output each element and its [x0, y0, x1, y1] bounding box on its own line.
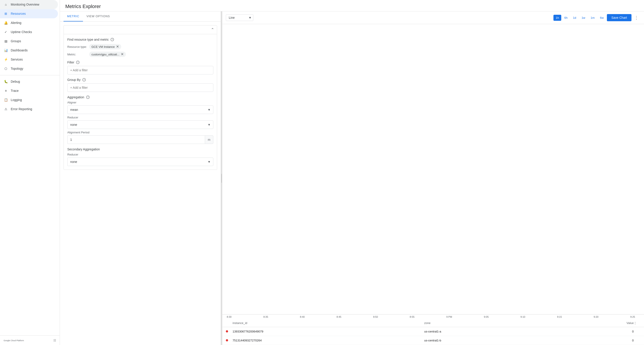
x-axis-label: 9:10 — [520, 316, 525, 318]
time-btn-1m[interactable]: 1m — [588, 15, 597, 21]
aggregation-help-icon: ? — [86, 95, 90, 99]
sidebar: ⌂Monitoring Overview⊞Resources🔔Alerting✓… — [0, 0, 60, 345]
chart-x-axis: 8:308:358:408:458:508:559 PM9:059:109:15… — [222, 314, 644, 319]
row-dot — [226, 330, 232, 333]
group-by-help-icon: ? — [82, 78, 86, 81]
sidebar-item-dashboards[interactable]: 📊Dashboards — [0, 46, 58, 55]
filter-help-icon: ? — [76, 60, 80, 64]
services-icon: ⚡ — [4, 57, 8, 62]
x-axis-label: 8:40 — [300, 316, 304, 318]
group-by-input[interactable] — [67, 83, 213, 92]
sidebar-item-monitoring-overview[interactable]: ⌂Monitoring Overview — [0, 0, 58, 9]
x-axis-label: 8:50 — [373, 316, 378, 318]
sidebar-item-logging[interactable]: 📋Logging — [0, 95, 58, 105]
aligner-select[interactable]: mean sum min max — [67, 105, 213, 114]
col-zone-header: zone — [424, 321, 616, 325]
sidebar-label-logging: Logging — [11, 98, 22, 102]
metric-section-header: ⌃ — [64, 25, 217, 34]
time-buttons: 1h 6h 1d 1w 1m 6w Save Chart ⋮ — [554, 14, 640, 21]
page-title: Metrics Explorer — [65, 3, 639, 9]
topology-icon: ⬡ — [4, 67, 8, 71]
alignment-period-row: m — [67, 135, 213, 144]
chart-area — [222, 24, 644, 314]
time-btn-6w[interactable]: 6w — [598, 15, 606, 21]
metric-chip[interactable]: custom/gpu_utilizati... ✕ — [89, 52, 126, 57]
table-row[interactable]: 751314409327270264 us-central1-b 0 — [222, 336, 644, 345]
collapse-button[interactable]: ⌃ — [211, 27, 214, 32]
row-dot — [226, 339, 232, 342]
more-options-button[interactable]: ⋮ — [632, 14, 640, 21]
x-axis-label: 8:55 — [410, 316, 414, 318]
tab-view-options[interactable]: VIEW OPTIONS — [83, 11, 114, 21]
time-btn-6h[interactable]: 6h — [562, 15, 570, 21]
col-icon — [226, 321, 232, 325]
filter-input[interactable] — [67, 66, 213, 74]
sidebar-label-topology: Topology — [11, 66, 23, 71]
sidebar-item-trace[interactable]: ≡Trace — [0, 86, 58, 95]
row-instance-id: 1393306776200649079 — [232, 330, 424, 333]
alerting-icon: 🔔 — [4, 21, 8, 25]
save-chart-button[interactable]: Save Chart — [607, 14, 632, 21]
sidebar-item-topology[interactable]: ⬡Topology — [0, 64, 58, 73]
sidebar-item-debug[interactable]: 🐛Debug — [0, 77, 58, 86]
col-value-header: Value — [616, 321, 634, 325]
svg-text:?: ? — [77, 61, 78, 63]
alignment-period-label: Alignment Period — [67, 131, 213, 134]
alignment-period-section: Alignment Period m — [67, 131, 213, 144]
row-value: 0 — [616, 330, 634, 333]
sidebar-label-alerting: Alerting — [11, 20, 21, 25]
sidebar-label-services: Services — [11, 57, 23, 62]
metric-row: Metric: custom/gpu_utilizati... ✕ — [67, 52, 213, 57]
sidebar-label-error-reporting: Error Reporting — [11, 107, 32, 111]
svg-text:?: ? — [84, 79, 85, 81]
aligner-section: Aligner mean sum min max ▼ — [67, 101, 213, 114]
sidebar-label-debug: Debug — [11, 79, 20, 84]
table-row[interactable]: 1393306776200649079 us-central1-a 0 — [222, 327, 644, 336]
aligner-select-wrapper: mean sum min max ▼ — [67, 105, 213, 114]
data-table-header: instance_id zone Value ⋮ — [222, 319, 644, 327]
group-by-label: Group By ? — [67, 78, 213, 81]
time-btn-1h[interactable]: 1h — [554, 15, 561, 21]
reducer-section: Reducer none sum mean ▼ — [67, 116, 213, 129]
secondary-aggregation-label: Secondary Aggregation — [67, 147, 213, 151]
sidebar-label-trace: Trace — [11, 88, 18, 93]
error-reporting-icon: ⚠ — [4, 107, 8, 111]
x-axis-label: 9 PM — [446, 316, 452, 318]
secondary-reducer-select-wrapper: none sum ▼ — [67, 158, 213, 166]
left-panel: METRIC VIEW OPTIONS ⌃ Find resource type… — [60, 11, 221, 345]
x-axis-label: 9:15 — [557, 316, 562, 318]
sidebar-item-services[interactable]: ⚡Services — [0, 55, 58, 64]
aligner-label: Aligner — [67, 101, 213, 104]
resource-type-chip-remove[interactable]: ✕ — [116, 45, 119, 48]
tab-metric[interactable]: METRIC — [64, 11, 83, 21]
time-btn-1w[interactable]: 1w — [580, 15, 588, 21]
sidebar-item-groups[interactable]: ▤Groups — [0, 37, 58, 46]
chart-type-select[interactable]: Line Bar Stacked Bar Heatmap — [226, 14, 253, 21]
resources-icon: ⊞ — [4, 12, 8, 16]
metric-chip-remove[interactable]: ✕ — [121, 52, 124, 56]
right-panel: Line Bar Stacked Bar Heatmap ▼ 1h 6h 1d … — [222, 11, 644, 345]
secondary-reducer-select[interactable]: none sum — [67, 158, 213, 166]
secondary-reducer-label: Reducer — [67, 153, 213, 156]
logging-icon: 📋 — [4, 98, 8, 102]
chart-toolbar: Line Bar Stacked Bar Heatmap ▼ 1h 6h 1d … — [222, 11, 644, 24]
main-body: METRIC VIEW OPTIONS ⌃ Find resource type… — [60, 11, 644, 345]
row-zone: us-central1-a — [424, 330, 616, 333]
col-instance-id-header: instance_id — [232, 321, 424, 325]
sidebar-label-groups: Groups — [11, 39, 21, 43]
sidebar-item-resources[interactable]: ⊞Resources — [0, 9, 58, 18]
sidebar-footer: Google Cloud Platform ☷ — [0, 336, 60, 345]
x-axis-label: 9:25 — [630, 316, 635, 318]
time-btn-1d[interactable]: 1d — [571, 15, 578, 21]
sidebar-item-alerting[interactable]: 🔔Alerting — [0, 18, 58, 27]
alignment-period-input[interactable] — [67, 135, 205, 144]
reducer-select[interactable]: none sum mean — [67, 120, 213, 129]
resource-type-chip[interactable]: GCE VM Instance ✕ — [89, 44, 121, 49]
reducer-select-wrapper: none sum mean ▼ — [67, 120, 213, 129]
main-content: Metrics Explorer METRIC VIEW OPTIONS ⌃ F… — [60, 0, 644, 345]
sidebar-item-error-reporting[interactable]: ⚠Error Reporting — [0, 105, 58, 114]
sidebar-label-monitoring-overview: Monitoring Overview — [11, 2, 39, 7]
sidebar-item-uptime-checks[interactable]: ✓Uptime Checks — [0, 27, 58, 37]
main-header: Metrics Explorer — [60, 0, 644, 11]
sidebar-collapse-icon[interactable]: ☷ — [54, 339, 56, 342]
